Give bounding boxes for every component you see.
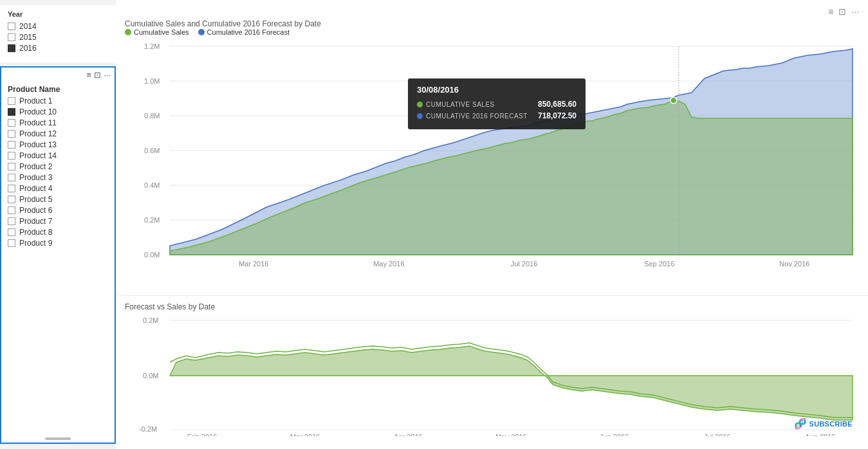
svg-text:Sep 2016: Sep 2016 — [644, 260, 674, 268]
bottom-chart-title: Forecast vs Sales by Date — [125, 302, 859, 311]
svg-text:Mar 2016: Mar 2016 — [290, 433, 320, 436]
product-checkbox[interactable] — [8, 239, 15, 247]
panel-maximize-icon[interactable]: ⊡ — [94, 70, 101, 80]
drag-icon[interactable]: ≡ — [828, 6, 833, 17]
svg-text:0.8M: 0.8M — [144, 112, 160, 120]
svg-text:0.2M: 0.2M — [143, 316, 158, 324]
top-chart-header: ≡ ⊡ ··· — [125, 6, 859, 17]
year-checkbox-2014[interactable] — [8, 23, 15, 30]
svg-text:-0.2M: -0.2M — [139, 425, 157, 433]
product-item-product-3[interactable]: Product 3 — [8, 173, 108, 182]
panel-scrollbar[interactable] — [45, 437, 71, 440]
product-label: Product 11 — [19, 118, 57, 127]
top-chart-svg: 1.2M 1.0M 0.8M 0.6M 0.4M 0.2M 0.0M — [125, 40, 859, 271]
svg-text:Jun 2016: Jun 2016 — [600, 433, 629, 436]
product-label: Product 5 — [19, 195, 52, 204]
legend-forecast: Cumulative 2016 Forecast — [198, 28, 290, 36]
product-item-product-8[interactable]: Product 8 — [8, 228, 108, 237]
year-item-2016[interactable]: 2016 — [8, 44, 108, 53]
product-panel-header: ≡ ⊡ ··· — [1, 68, 115, 82]
product-item-product-2[interactable]: Product 2 — [8, 162, 108, 171]
year-checkbox-2016[interactable] — [8, 44, 15, 52]
svg-text:May 2016: May 2016 — [373, 260, 404, 268]
svg-text:May 2016: May 2016 — [495, 433, 526, 436]
product-label: Product 14 — [19, 151, 57, 160]
svg-text:Mar 2016: Mar 2016 — [239, 260, 269, 268]
top-chart-panel: ≡ ⊡ ··· Cumulative Sales and Cumulative … — [116, 0, 868, 296]
year-list: 201420152016 — [8, 22, 108, 53]
product-checkbox[interactable] — [8, 130, 15, 138]
top-chart-area: 1.2M 1.0M 0.8M 0.6M 0.4M 0.2M 0.0M — [125, 40, 859, 271]
chart-legend: Cumulative Sales Cumulative 2016 Forecas… — [125, 28, 859, 36]
product-item-product-7[interactable]: Product 7 — [8, 217, 108, 226]
left-panel: Year 201420152016 ≡ ⊡ ··· Product Name P… — [0, 0, 116, 449]
svg-point-22 — [670, 97, 677, 104]
product-checkbox[interactable] — [8, 141, 15, 149]
svg-text:Nov 2016: Nov 2016 — [779, 260, 809, 268]
product-label: Product 10 — [19, 107, 57, 116]
product-item-product-12[interactable]: Product 12 — [8, 129, 108, 138]
product-checkbox[interactable] — [8, 108, 15, 116]
svg-text:1.2M: 1.2M — [144, 42, 160, 50]
dna-icon: 🧬 — [794, 417, 807, 430]
product-checkbox[interactable] — [8, 97, 15, 105]
more-icon[interactable]: ··· — [851, 6, 859, 17]
legend-sales: Cumulative Sales — [125, 28, 189, 36]
expand-icon[interactable]: ⊡ — [838, 6, 846, 17]
svg-text:0.0M: 0.0M — [143, 372, 158, 380]
product-label: Product 6 — [19, 206, 52, 215]
svg-text:Feb 2016: Feb 2016 — [187, 433, 217, 436]
product-checkbox[interactable] — [8, 174, 15, 181]
subscribe-button[interactable]: 🧬 SUBSCRIBE — [794, 417, 853, 430]
svg-text:0.2M: 0.2M — [144, 216, 160, 224]
product-checkbox[interactable] — [8, 163, 15, 170]
panel-more-icon[interactable]: ··· — [104, 70, 111, 80]
product-label: Product 7 — [19, 217, 52, 226]
svg-text:Aug 2016: Aug 2016 — [805, 433, 835, 436]
svg-text:0.4M: 0.4M — [144, 181, 160, 189]
product-item-product-13[interactable]: Product 13 — [8, 140, 108, 149]
product-checkbox[interactable] — [8, 152, 15, 160]
product-item-product-1[interactable]: Product 1 — [8, 96, 108, 105]
product-item-product-14[interactable]: Product 14 — [8, 151, 108, 160]
year-item-2014[interactable]: 2014 — [8, 22, 108, 31]
svg-text:0.6M: 0.6M — [144, 147, 160, 154]
svg-text:1.0M: 1.0M — [144, 77, 160, 85]
bottom-chart-panel: Forecast vs Sales by Date 0.2M 0.0M -0.2… — [116, 296, 868, 449]
product-label: Product 2 — [19, 162, 52, 171]
product-item-product-5[interactable]: Product 5 — [8, 195, 108, 204]
product-item-product-9[interactable]: Product 9 — [8, 239, 108, 248]
legend-sales-label: Cumulative Sales — [134, 28, 189, 36]
product-label: Product 4 — [19, 184, 52, 193]
legend-sales-dot — [125, 29, 131, 35]
product-checkbox[interactable] — [8, 217, 15, 225]
year-label-2016: 2016 — [19, 44, 37, 53]
legend-forecast-label: Cumulative 2016 Forecast — [207, 28, 290, 36]
year-item-2015[interactable]: 2015 — [8, 33, 108, 42]
product-checkbox[interactable] — [8, 196, 15, 203]
product-checkbox[interactable] — [8, 228, 15, 236]
product-panel-title: Product Name — [1, 82, 115, 96]
right-panel: ≡ ⊡ ··· Cumulative Sales and Cumulative … — [116, 0, 868, 449]
top-chart-title: Cumulative Sales and Cumulative 2016 For… — [125, 19, 859, 28]
product-item-product-10[interactable]: Product 10 — [8, 107, 108, 116]
chart-controls: ≡ ⊡ ··· — [828, 6, 859, 17]
product-item-product-4[interactable]: Product 4 — [8, 184, 108, 193]
product-label: Product 8 — [19, 228, 52, 237]
year-filter: Year 201420152016 — [0, 5, 116, 62]
product-panel: ≡ ⊡ ··· Product Name Product 1Product 10… — [0, 66, 116, 444]
bottom-chart-svg: 0.2M 0.0M -0.2M Feb 2016 Mar 2016 Apr 20… — [125, 314, 859, 436]
product-label: Product 9 — [19, 239, 52, 248]
panel-hamburger-icon[interactable]: ≡ — [87, 70, 92, 80]
product-checkbox[interactable] — [8, 206, 15, 214]
bottom-chart-area: 0.2M 0.0M -0.2M Feb 2016 Mar 2016 Apr 20… — [125, 314, 859, 436]
product-item-product-6[interactable]: Product 6 — [8, 206, 108, 215]
product-checkbox[interactable] — [8, 119, 15, 127]
year-checkbox-2015[interactable] — [8, 33, 15, 41]
svg-text:Jul 2016: Jul 2016 — [511, 260, 538, 268]
product-checkbox[interactable] — [8, 185, 15, 192]
svg-marker-15 — [170, 100, 853, 255]
svg-text:0.0M: 0.0M — [144, 251, 160, 259]
product-item-product-11[interactable]: Product 11 — [8, 118, 108, 127]
legend-forecast-dot — [198, 29, 205, 35]
